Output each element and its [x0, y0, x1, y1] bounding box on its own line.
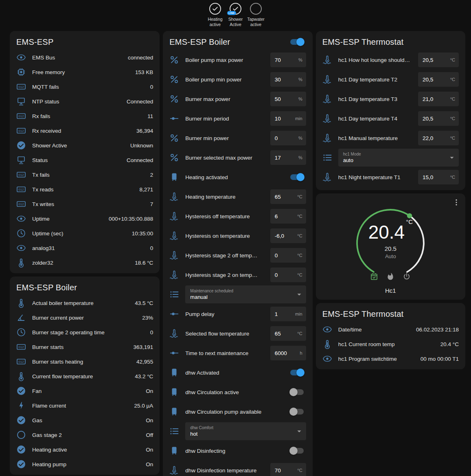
entity-row[interactable]: Heating activated [169, 167, 306, 187]
select-field[interactable]: dhw Comforthot [185, 422, 306, 440]
entity-row[interactable]: GasOn [16, 413, 153, 428]
number-field[interactable]: 70% [270, 53, 306, 67]
power-icon[interactable] [403, 272, 411, 281]
number-field[interactable]: 0°C [270, 248, 306, 263]
entity-row[interactable]: FanOn [16, 384, 153, 398]
thermostat-dial[interactable]: 20.4°C 20.5 Auto [347, 200, 434, 286]
toggle-switch[interactable] [290, 174, 304, 180]
entity-row[interactable]: Hysteresis off temperature6°C [169, 206, 306, 226]
number-field[interactable]: 17% [270, 150, 306, 165]
entity-row[interactable]: Hysteresis on temperature-6,0°C [169, 226, 306, 246]
entity-row[interactable]: Burner min power0% [169, 128, 306, 148]
number-field[interactable]: 30% [270, 72, 306, 87]
entity-row[interactable]: Hysteresis stage 2 off temp…0°C [169, 246, 306, 265]
number-field[interactable]: 6°C [270, 209, 306, 224]
entity-row[interactable]: Pump delay1min [169, 304, 306, 324]
entity-row[interactable]: Boiler pump max power70% [169, 50, 306, 70]
toggle-switch[interactable] [290, 389, 304, 395]
entity-row[interactable]: Selected flow temperature65°C [169, 324, 306, 343]
entity-row[interactable]: Uptime (sec)10:35:00 [16, 226, 153, 241]
entity-row[interactable]: Tx fails2 [16, 167, 153, 182]
entity-row[interactable]: Boiler pump min power30% [169, 70, 306, 89]
entity-row[interactable]: dhw Circulation active [169, 382, 306, 402]
entity-row[interactable]: Burner starts363,191 [16, 340, 153, 354]
number-field[interactable]: 20,5°C [418, 111, 459, 126]
entity-row[interactable]: Burner starts heating42,955 [16, 354, 153, 369]
entity-row[interactable]: Uptime000+10:35:00.888 [16, 211, 153, 226]
entity-row[interactable]: hc1 Day temperature T420,5°C [322, 109, 459, 128]
entity-row[interactable]: Heating activeOn [16, 442, 153, 457]
glance-heating-active[interactable]: Heating active [206, 3, 225, 31]
entity-row[interactable]: Heating temperature65°C [169, 187, 306, 206]
entity-row[interactable]: dhw Disinfecting [169, 441, 306, 461]
entity-row[interactable]: hc1 Day temperature T220,5°C [322, 70, 459, 89]
number-field[interactable]: 1min [270, 307, 306, 321]
entity-row[interactable]: Tx reads8,271 [16, 182, 153, 197]
number-field[interactable]: 15,0°C [418, 170, 459, 184]
dial-knob[interactable] [407, 213, 412, 219]
entity-row[interactable]: Gas stage 2Off [16, 428, 153, 442]
entity-row[interactable]: Heating pumpOn [16, 457, 153, 472]
entity-row[interactable]: Burner selected max power17% [169, 148, 306, 167]
select-field[interactable]: Maintenance scheduledmanual [185, 285, 306, 303]
entity-row[interactable]: Current flow temperature43.2 °C [16, 369, 153, 384]
number-field[interactable]: -6,0°C [270, 228, 306, 243]
toggle-switch[interactable] [290, 448, 304, 454]
entity-row[interactable]: hc1 Modeauto [322, 148, 459, 167]
fire-icon[interactable] [386, 272, 394, 281]
glance-shower-active[interactable]: LINK Shower Active [226, 3, 245, 31]
entity-row[interactable]: hc1 Program switchtime00 mo 00:00 T1 [322, 351, 459, 366]
number-field[interactable]: 0% [270, 131, 306, 145]
entity-row[interactable]: Rx fails11 [16, 109, 153, 123]
number-value: 17 [275, 155, 281, 161]
entity-row[interactable]: Tx writes7 [16, 197, 153, 211]
entity-row[interactable]: Flame current25.0 µA [16, 398, 153, 413]
entity-row[interactable]: hc1 Night temperature T115,0°C [322, 167, 459, 187]
entity-row[interactable]: Free memory153 KB [16, 65, 153, 79]
entity-row[interactable]: Burner max power50% [169, 89, 306, 109]
entity-row[interactable]: Date/time06.02.2023 21:18 [322, 322, 459, 337]
entity-row[interactable]: zolder3218.6 °C [16, 255, 153, 270]
entity-row[interactable]: MQTT fails0 [16, 79, 153, 94]
entity-row[interactable]: NTP statusConnected [16, 94, 153, 109]
entity-row[interactable]: Maintenance scheduledmanual [169, 285, 306, 304]
number-field[interactable]: 21,0°C [418, 92, 459, 106]
entity-row[interactable]: dhw Disinfection temperature70°C [169, 461, 306, 476]
number-field[interactable]: 65°C [270, 189, 306, 204]
entity-row[interactable]: Actual boiler temperature43.5 °C [16, 296, 153, 310]
entity-row[interactable]: hc1 Manual temperature22,0°C [322, 128, 459, 148]
glance-bar: Heating active LINK Shower Active Tapwat… [0, 0, 471, 31]
entity-row[interactable]: hc1 Day temperature T321,0°C [322, 89, 459, 109]
glance-tapwater-active[interactable]: Tapwater active [246, 3, 266, 31]
number-field[interactable]: 70°C [270, 463, 306, 476]
number-field[interactable]: 65°C [270, 326, 306, 341]
number-field[interactable]: 50% [270, 92, 306, 106]
number-field[interactable]: 0°C [270, 268, 306, 282]
entity-row[interactable]: Burner stage 2 operating time0 [16, 325, 153, 340]
entity-row[interactable]: dhw Circulation pump available [169, 402, 306, 421]
entity-row[interactable]: dhw Comforthot [169, 421, 306, 441]
entity-row[interactable]: dhw Activated [169, 363, 306, 382]
entity-row[interactable]: Hysteresis stage 2 on temp…0°C [169, 265, 306, 285]
number-field[interactable]: 10min [270, 111, 306, 126]
number-field[interactable]: 6000h [270, 346, 306, 360]
calendar-check-icon[interactable] [370, 272, 378, 281]
entity-row[interactable]: hc1 How hot lounge should…20,5°C [322, 50, 459, 70]
number-field[interactable]: 20,5°C [418, 72, 459, 87]
select-field[interactable]: hc1 Modeauto [338, 149, 459, 167]
entity-row[interactable]: Rx received36,394 [16, 123, 153, 138]
entity-row[interactable]: EMS Busconnected [16, 50, 153, 65]
entity-row[interactable]: Shower ActiveUnknown [16, 138, 153, 153]
card-toggle[interactable] [290, 39, 304, 45]
toggle-switch[interactable] [290, 370, 304, 375]
number-field[interactable]: 22,0°C [418, 131, 459, 145]
entity-row[interactable]: analog310 [16, 241, 153, 255]
number-field[interactable]: 20,5°C [418, 53, 459, 67]
entity-row[interactable]: StatusConnected [16, 153, 153, 167]
toggle-switch[interactable] [290, 409, 304, 415]
kebab-menu-icon[interactable] [452, 198, 460, 206]
entity-row[interactable]: Burner current power23% [16, 310, 153, 325]
entity-row[interactable]: Burner min period10min [169, 109, 306, 128]
entity-row[interactable]: Time to next maintenance6000h [169, 343, 306, 363]
entity-row[interactable]: hc1 Current room temp20.4 °C [322, 337, 459, 351]
